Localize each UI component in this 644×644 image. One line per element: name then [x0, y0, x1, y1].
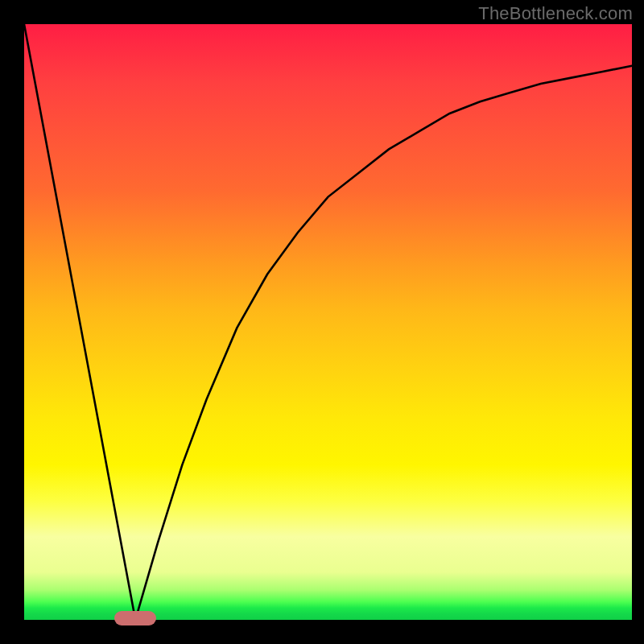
chart-frame: TheBottleneck.com — [0, 0, 644, 644]
watermark-text: TheBottleneck.com — [478, 3, 633, 24]
bottleneck-curve-right — [135, 66, 632, 620]
bottleneck-curve-left — [24, 24, 135, 620]
minimum-marker — [114, 611, 156, 625]
curve-layer — [24, 24, 632, 620]
plot-area — [24, 24, 632, 620]
